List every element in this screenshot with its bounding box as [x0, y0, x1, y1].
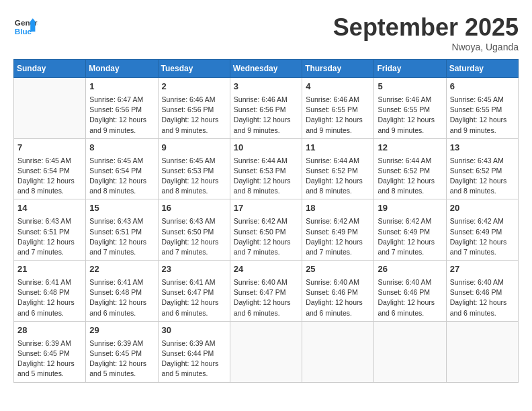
calendar-cell: 25Sunrise: 6:40 AM Sunset: 6:46 PM Dayli…: [302, 261, 374, 322]
calendar-week-row: 1Sunrise: 6:47 AM Sunset: 6:56 PM Daylig…: [14, 78, 519, 139]
calendar-cell: 19Sunrise: 6:42 AM Sunset: 6:49 PM Dayli…: [374, 199, 446, 261]
calendar-cell: 24Sunrise: 6:40 AM Sunset: 6:47 PM Dayli…: [230, 261, 302, 322]
day-number: 7: [17, 142, 82, 154]
day-info: Sunrise: 6:46 AM Sunset: 6:56 PM Dayligh…: [234, 95, 291, 134]
title-block: September 2025 Nwoya, Uganda: [333, 13, 519, 52]
weekday-header-friday: Friday: [374, 60, 446, 78]
calendar-cell: 7Sunrise: 6:45 AM Sunset: 6:54 PM Daylig…: [14, 138, 86, 199]
calendar-cell: 10Sunrise: 6:44 AM Sunset: 6:53 PM Dayli…: [230, 138, 302, 199]
day-info: Sunrise: 6:43 AM Sunset: 6:51 PM Dayligh…: [17, 217, 75, 256]
day-number: 23: [162, 263, 226, 276]
day-number: 28: [17, 324, 82, 337]
day-info: Sunrise: 6:44 AM Sunset: 6:52 PM Dayligh…: [306, 156, 363, 195]
day-info: Sunrise: 6:42 AM Sunset: 6:49 PM Dayligh…: [378, 217, 435, 256]
day-number: 22: [89, 263, 154, 276]
day-info: Sunrise: 6:45 AM Sunset: 6:55 PM Dayligh…: [450, 95, 507, 134]
svg-text:Blue: Blue: [15, 27, 32, 36]
calendar-cell: 9Sunrise: 6:45 AM Sunset: 6:53 PM Daylig…: [158, 138, 230, 199]
calendar-cell: 20Sunrise: 6:42 AM Sunset: 6:49 PM Dayli…: [446, 199, 518, 261]
calendar-cell: [446, 321, 518, 382]
day-number: 16: [162, 202, 226, 215]
day-info: Sunrise: 6:46 AM Sunset: 6:55 PM Dayligh…: [378, 95, 435, 134]
day-info: Sunrise: 6:42 AM Sunset: 6:50 PM Dayligh…: [234, 217, 291, 256]
calendar-cell: 8Sunrise: 6:45 AM Sunset: 6:54 PM Daylig…: [86, 138, 158, 199]
day-info: Sunrise: 6:46 AM Sunset: 6:56 PM Dayligh…: [162, 95, 219, 134]
calendar-cell: 4Sunrise: 6:46 AM Sunset: 6:55 PM Daylig…: [302, 78, 374, 139]
day-info: Sunrise: 6:44 AM Sunset: 6:52 PM Dayligh…: [378, 156, 435, 195]
calendar-cell: 3Sunrise: 6:46 AM Sunset: 6:56 PM Daylig…: [230, 78, 302, 139]
calendar-cell: 11Sunrise: 6:44 AM Sunset: 6:52 PM Dayli…: [302, 138, 374, 199]
weekday-header-saturday: Saturday: [446, 60, 518, 78]
day-number: 1: [89, 81, 154, 93]
day-number: 10: [234, 142, 298, 154]
day-number: 17: [234, 202, 298, 215]
calendar-cell: 18Sunrise: 6:42 AM Sunset: 6:49 PM Dayli…: [302, 199, 374, 261]
calendar-cell: 23Sunrise: 6:41 AM Sunset: 6:47 PM Dayli…: [158, 261, 230, 322]
day-number: 25: [306, 263, 370, 276]
calendar-cell: 14Sunrise: 6:43 AM Sunset: 6:51 PM Dayli…: [14, 199, 86, 261]
calendar-week-row: 28Sunrise: 6:39 AM Sunset: 6:45 PM Dayli…: [14, 321, 519, 382]
calendar-cell: 13Sunrise: 6:43 AM Sunset: 6:52 PM Dayli…: [446, 138, 518, 199]
calendar-cell: 15Sunrise: 6:43 AM Sunset: 6:51 PM Dayli…: [86, 199, 158, 261]
day-number: 20: [450, 202, 515, 215]
day-info: Sunrise: 6:41 AM Sunset: 6:48 PM Dayligh…: [89, 278, 146, 317]
calendar-cell: 21Sunrise: 6:41 AM Sunset: 6:48 PM Dayli…: [14, 261, 86, 322]
calendar-week-row: 14Sunrise: 6:43 AM Sunset: 6:51 PM Dayli…: [14, 199, 519, 261]
day-number: 12: [378, 142, 442, 154]
calendar-cell: 6Sunrise: 6:45 AM Sunset: 6:55 PM Daylig…: [446, 78, 518, 139]
calendar-cell: 5Sunrise: 6:46 AM Sunset: 6:55 PM Daylig…: [374, 78, 446, 139]
calendar-cell: 27Sunrise: 6:40 AM Sunset: 6:46 PM Dayli…: [446, 261, 518, 322]
day-number: 6: [450, 81, 515, 93]
day-number: 18: [306, 202, 370, 215]
day-number: 21: [17, 263, 82, 276]
weekday-header-wednesday: Wednesday: [230, 60, 302, 78]
weekday-header-tuesday: Tuesday: [158, 60, 230, 78]
calendar-cell: 16Sunrise: 6:43 AM Sunset: 6:50 PM Dayli…: [158, 199, 230, 261]
day-info: Sunrise: 6:40 AM Sunset: 6:46 PM Dayligh…: [378, 278, 435, 317]
day-number: 19: [378, 202, 442, 215]
day-info: Sunrise: 6:43 AM Sunset: 6:50 PM Dayligh…: [162, 217, 219, 256]
day-info: Sunrise: 6:39 AM Sunset: 6:45 PM Dayligh…: [17, 339, 75, 378]
calendar-cell: [374, 321, 446, 382]
day-info: Sunrise: 6:42 AM Sunset: 6:49 PM Dayligh…: [306, 217, 363, 256]
day-number: 27: [450, 263, 515, 276]
day-info: Sunrise: 6:46 AM Sunset: 6:55 PM Dayligh…: [306, 95, 363, 134]
calendar-cell: [230, 321, 302, 382]
weekday-header-thursday: Thursday: [302, 60, 374, 78]
day-info: Sunrise: 6:39 AM Sunset: 6:44 PM Dayligh…: [162, 339, 219, 378]
day-number: 15: [89, 202, 154, 215]
day-info: Sunrise: 6:45 AM Sunset: 6:53 PM Dayligh…: [162, 156, 219, 195]
calendar-cell: 22Sunrise: 6:41 AM Sunset: 6:48 PM Dayli…: [86, 261, 158, 322]
day-info: Sunrise: 6:41 AM Sunset: 6:48 PM Dayligh…: [17, 278, 75, 317]
day-info: Sunrise: 6:47 AM Sunset: 6:56 PM Dayligh…: [89, 95, 146, 134]
calendar-cell: [14, 78, 86, 139]
day-number: 4: [306, 81, 370, 93]
day-number: 5: [378, 81, 442, 93]
day-number: 26: [378, 263, 442, 276]
calendar-cell: 12Sunrise: 6:44 AM Sunset: 6:52 PM Dayli…: [374, 138, 446, 199]
calendar-table: SundayMondayTuesdayWednesdayThursdayFrid…: [13, 59, 519, 383]
logo-icon: General Blue: [13, 13, 38, 38]
page-header: General Blue September 2025 Nwoya, Ugand…: [13, 13, 519, 52]
calendar-cell: 2Sunrise: 6:46 AM Sunset: 6:56 PM Daylig…: [158, 78, 230, 139]
day-number: 2: [162, 81, 226, 93]
day-number: 8: [89, 142, 154, 154]
day-number: 29: [89, 324, 154, 337]
day-info: Sunrise: 6:40 AM Sunset: 6:47 PM Dayligh…: [234, 278, 291, 317]
day-info: Sunrise: 6:41 AM Sunset: 6:47 PM Dayligh…: [162, 278, 219, 317]
day-info: Sunrise: 6:45 AM Sunset: 6:54 PM Dayligh…: [17, 156, 75, 195]
day-number: 9: [162, 142, 226, 154]
month-title: September 2025: [333, 13, 519, 42]
day-number: 14: [17, 202, 82, 215]
calendar-cell: [302, 321, 374, 382]
calendar-cell: 30Sunrise: 6:39 AM Sunset: 6:44 PM Dayli…: [158, 321, 230, 382]
day-number: 11: [306, 142, 370, 154]
day-number: 30: [162, 324, 226, 337]
day-info: Sunrise: 6:40 AM Sunset: 6:46 PM Dayligh…: [306, 278, 363, 317]
weekday-header-row: SundayMondayTuesdayWednesdayThursdayFrid…: [14, 60, 519, 78]
location: Nwoya, Uganda: [333, 42, 519, 52]
calendar-cell: 29Sunrise: 6:39 AM Sunset: 6:45 PM Dayli…: [86, 321, 158, 382]
calendar-week-row: 7Sunrise: 6:45 AM Sunset: 6:54 PM Daylig…: [14, 138, 519, 199]
day-info: Sunrise: 6:43 AM Sunset: 6:51 PM Dayligh…: [89, 217, 146, 256]
calendar-cell: 1Sunrise: 6:47 AM Sunset: 6:56 PM Daylig…: [86, 78, 158, 139]
